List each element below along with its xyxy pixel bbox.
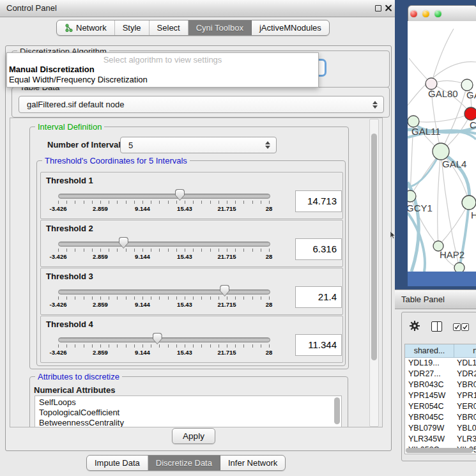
table-data-combobox[interactable]: galFiltered.sif default node [19,96,384,113]
network-edge[interactable] [431,29,454,84]
attribute-list-item[interactable]: TopologicalCoefficient [35,408,341,418]
threshold-1-slider[interactable] [58,194,270,199]
slider-tick [134,201,135,204]
tab-discretize-data-label: Discretize Data [156,458,212,468]
tab-cyni-toolbox-label: Cyni Toolbox [196,23,243,33]
threshold-2-value-field[interactable]: 6.316 [295,238,342,260]
close-traffic-light-icon[interactable] [410,10,417,17]
tab-cyni-toolbox[interactable]: Cyni Toolbox [188,20,252,35]
dropdown-option-equal-width[interactable]: Equal Width/Frequency Discretization [7,75,318,85]
table-row[interactable]: YBR043CYBR043C [405,380,476,390]
dropdown-placeholder-option[interactable]: Select algorithm to view settings [7,55,318,65]
tab-style[interactable]: Style [115,20,150,35]
network-edge[interactable] [413,114,471,122]
minimize-traffic-light-icon[interactable] [422,10,429,17]
slider-tick [66,201,67,204]
table-cell[interactable]: YLR345W [454,434,476,445]
tab-select[interactable]: Select [150,20,188,35]
table-row[interactable]: YBR045CYBR045C [405,412,476,423]
tab-impute-data[interactable]: Impute Data [87,456,148,470]
slider-tick [75,344,75,348]
tab-jactivemnodules[interactable]: jActiveMNodules [252,20,329,35]
slider-tick-label: 15.43 [177,253,192,260]
table-cell[interactable]: YLR345W [405,434,454,445]
slider-tick [261,249,261,252]
threshold-4-value-field[interactable]: 11.344 [295,334,342,356]
column-header-shared-name[interactable]: shared... [405,344,454,358]
table-row[interactable]: YDR27...YDR27... [405,369,476,380]
table-hscrollbar-thumb[interactable] [406,448,473,453]
slider-tick [176,344,177,348]
network-node[interactable] [454,263,464,272]
dropdown-option-manual[interactable]: Manual Discretization [7,65,318,75]
float-panel-icon[interactable] [375,5,381,12]
slider-tick [235,249,236,252]
tab-infer-network[interactable]: Infer Network [220,456,285,470]
threshold-3-value-field[interactable]: 21.4 [295,286,342,308]
table-row[interactable]: YDL19...YDL19... [405,358,476,369]
tab-network[interactable]: Network [57,20,115,35]
table-cell[interactable]: YDR27... [405,369,454,380]
table-cell[interactable]: YDR27... [454,369,476,380]
network-node-gal4[interactable] [433,143,449,160]
network-edge-highlighted[interactable] [459,203,469,272]
threshold-3-slider[interactable] [58,289,270,295]
slider-tick [66,344,67,348]
threshold-2-slider[interactable] [58,242,270,247]
select-all-checkbox-icon[interactable] [453,323,461,331]
apply-button[interactable]: Apply [172,428,215,444]
threshold-1-slider-handle[interactable] [175,189,185,201]
network-node-gcy1[interactable] [408,190,416,202]
network-edge-highlighted[interactable] [408,213,425,272]
column-chooser-icon[interactable] [431,321,442,332]
apply-button-label: Apply [183,431,204,441]
table-cell[interactable]: YBR045C [405,412,454,423]
table-cell[interactable]: YPR145W [405,390,454,401]
table-cell[interactable]: YDL19... [405,358,454,369]
table-row[interactable]: YBL079WYBL079W [405,423,476,434]
list-scrollbar-thumb[interactable] [334,397,340,424]
table-cell[interactable]: YER054C [405,401,454,412]
threshold-2-slider-handle[interactable] [119,237,128,249]
slider-tick [117,296,118,300]
slider-tick [269,249,270,252]
main-scrollbar-thumb[interactable] [371,134,377,360]
threshold-4-slider-handle[interactable] [153,333,162,344]
table-cell[interactable]: YBR045C [454,412,476,423]
zoom-traffic-light-icon[interactable] [434,10,441,17]
table-row[interactable]: YPR145WYPR145W [405,390,476,401]
table-cell[interactable]: YBR043C [454,380,476,390]
table-cell[interactable]: YDL19... [454,358,476,369]
table-row[interactable]: YLR345WYLR345W [405,434,476,445]
threshold-3-slider-handle[interactable] [220,285,229,296]
threshold-4-slider[interactable] [58,337,270,342]
attribute-list-item[interactable]: BetweennessCentrality [35,418,341,427]
table-cell[interactable]: YPR145W [454,390,476,401]
main-scrollbar[interactable] [369,119,379,427]
table-cell[interactable]: YBL079W [405,423,454,434]
network-edge[interactable] [438,151,441,246]
number-of-intervals-combobox[interactable]: 5 [120,137,277,153]
table-cell[interactable]: YBL079W [454,423,476,434]
network-node-label: GCY1 [408,203,433,213]
slider-tick [84,344,84,348]
network-node-c[interactable] [464,107,476,120]
numerical-attributes-list[interactable]: SelfLoopsTopologicalCoefficientBetweenne… [35,395,342,427]
table-settings-gear-icon[interactable] [409,320,420,332]
deselect-all-checkbox-icon[interactable] [461,323,469,331]
table-cell[interactable]: YBR043C [405,380,454,390]
slider-tick [109,249,109,252]
threshold-1-panel: Threshold 1 14.713 -3.4262.8599.14415.43… [40,172,343,219]
slider-tick [185,344,185,348]
attribute-list-item[interactable]: SelfLoops [35,397,341,408]
table-cell[interactable]: YER054C [454,401,476,412]
tab-discretize-data[interactable]: Discretize Data [148,456,220,470]
column-header-name[interactable]: name [454,344,476,358]
threshold-1-value-field[interactable]: 14.713 [295,190,342,212]
network-node-h[interactable] [462,196,476,210]
table-row[interactable]: YER054CYER054C [405,401,476,412]
network-view-canvas[interactable]: GAL80GACGAL11GAL4GCY1HHAP2 [408,21,476,272]
close-panel-icon[interactable] [385,4,392,12]
network-window-titlebar[interactable] [408,5,476,22]
table-panel-titlebar: Table Panel [395,289,476,309]
